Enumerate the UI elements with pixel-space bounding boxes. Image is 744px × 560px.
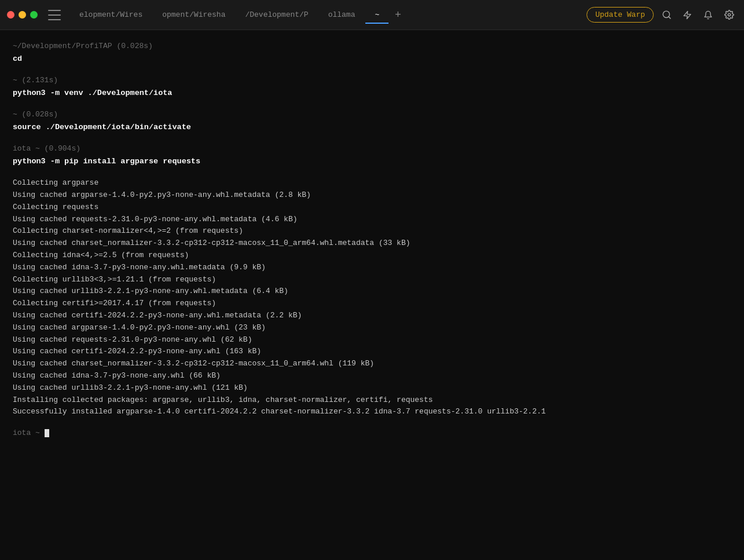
output-line: Using cached certifi-2024.2.2-py3-none-a… — [13, 310, 731, 322]
terminal-content: ~/Development/ProfiTAP (0.028s) cd ~ (2.… — [0, 30, 744, 560]
tab-2-label: opment/Wiresha — [162, 10, 225, 19]
add-tab-button[interactable]: + — [390, 7, 406, 23]
tab-5[interactable]: ~ — [365, 7, 389, 23]
tab-5-label: ~ — [375, 10, 379, 19]
prompt-info-3: ~ (0.028s) — [13, 109, 731, 120]
output-line: Using cached certifi-2024.2.2-py3-none-a… — [13, 346, 731, 358]
search-icon[interactable] — [658, 7, 675, 23]
sidebar-toggle-button[interactable] — [48, 10, 61, 20]
tab-1-label: elopment/Wires — [79, 10, 142, 19]
output-line: Using cached charset_normalizer-3.3.2-cp… — [13, 237, 731, 250]
command-1: cd — [13, 53, 731, 65]
output-line: Collecting urllib3<3,>=1.21.1 (from requ… — [13, 274, 731, 286]
tab-4[interactable]: ollama — [319, 7, 365, 23]
terminal-block-4: iota ~ (0.904s) python3 -m pip install a… — [13, 143, 731, 418]
command-4: python3 -m pip install argparse requests — [13, 156, 731, 168]
lightning-icon[interactable] — [679, 7, 695, 23]
terminal-cursor — [45, 429, 49, 437]
tab-1[interactable]: elopment/Wires — [70, 7, 152, 23]
notification-icon[interactable] — [700, 7, 716, 23]
tab-2[interactable]: opment/Wiresha — [153, 7, 234, 23]
tab-4-label: ollama — [328, 10, 355, 19]
command-3: source ./Development/iota/bin/activate — [13, 122, 731, 134]
output-block-4: Collecting argparse Using cached argpars… — [13, 177, 731, 418]
output-line: Using cached urllib3-2.2.1-py3-none-any.… — [13, 382, 731, 394]
final-prompt: iota ~ — [13, 427, 731, 439]
minimize-button[interactable] — [19, 11, 26, 19]
output-line: Installing collected packages: argparse,… — [13, 394, 731, 407]
maximize-button[interactable] — [30, 11, 38, 19]
update-warp-button[interactable]: Update Warp — [587, 7, 654, 23]
output-line: Collecting charset-normalizer<4,>=2 (fro… — [13, 225, 731, 237]
terminal-block-2: ~ (2.131s) python3 -m venv ./Development… — [13, 75, 731, 100]
output-line: Using cached charset_normalizer-3.3.2-cp… — [13, 358, 731, 370]
tab-3[interactable]: /Development/P — [236, 7, 317, 23]
output-line: Using cached argparse-1.4.0-py2.py3-none… — [13, 322, 731, 334]
tab-3-label: /Development/P — [245, 10, 308, 19]
svg-line-1 — [668, 17, 670, 19]
output-line: Collecting requests — [13, 202, 731, 214]
prompt-info-4: iota ~ (0.904s) — [13, 143, 731, 155]
tab-bar: elopment/Wires opment/Wiresha /Developme… — [70, 7, 581, 23]
command-2: python3 -m venv ./Development/iota — [13, 87, 731, 100]
output-line: Using cached requests-2.31.0-py3-none-an… — [13, 214, 731, 226]
output-line: Using cached requests-2.31.0-py3-none-an… — [13, 334, 731, 346]
settings-icon[interactable] — [721, 7, 737, 23]
output-line: Collecting argparse — [13, 177, 731, 189]
svg-point-3 — [728, 13, 730, 16]
output-line: Using cached idna-3.7-py3-none-any.whl.m… — [13, 262, 731, 274]
prompt-info-1: ~/Development/ProfiTAP (0.028s) — [13, 41, 731, 52]
titlebar: elopment/Wires opment/Wiresha /Developme… — [0, 0, 744, 30]
traffic-lights — [7, 11, 38, 19]
titlebar-actions: Update Warp — [587, 7, 737, 23]
terminal-block-1: ~/Development/ProfiTAP (0.028s) cd — [13, 41, 731, 65]
output-line: Using cached idna-3.7-py3-none-any.whl (… — [13, 370, 731, 382]
output-line: Collecting certifi>=2017.4.17 (from requ… — [13, 298, 731, 310]
output-line: Using cached argparse-1.4.0-py2.py3-none… — [13, 189, 731, 202]
output-line: Collecting idna<4,>=2.5 (from requests) — [13, 250, 731, 262]
close-button[interactable] — [7, 11, 14, 19]
svg-marker-2 — [684, 11, 691, 19]
output-line: Successfully installed argparse-1.4.0 ce… — [13, 406, 731, 418]
prompt-info-2: ~ (2.131s) — [13, 75, 731, 86]
output-line: Using cached urllib3-2.2.1-py3-none-any.… — [13, 286, 731, 298]
terminal-block-3: ~ (0.028s) source ./Development/iota/bin… — [13, 109, 731, 134]
